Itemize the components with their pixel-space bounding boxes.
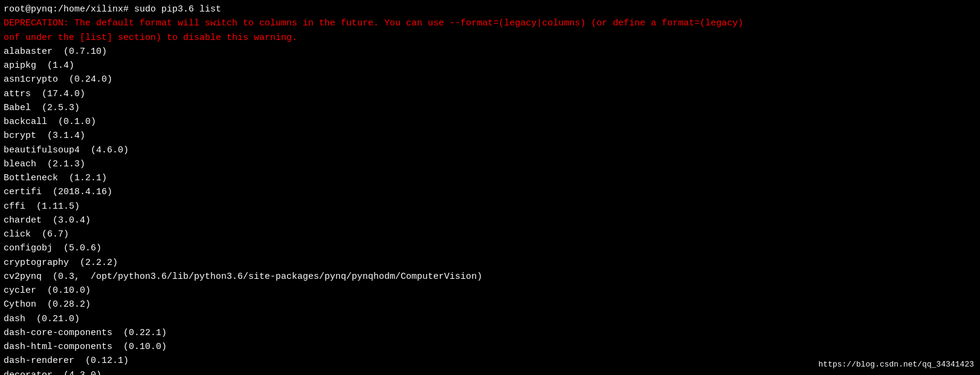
watermark: https://blog.csdn.net/qq_34341423 xyxy=(819,360,974,369)
package-line: certifi (2018.4.16) xyxy=(4,185,976,199)
package-line: Bottleneck (1.2.1) xyxy=(4,171,976,185)
package-line: cffi (1.11.5) xyxy=(4,200,976,214)
prompt-line: root@pynq:/home/xilinx# sudo pip3.6 list xyxy=(4,2,976,16)
package-line: attrs (17.4.0) xyxy=(4,87,976,101)
package-line: cryptography (2.2.2) xyxy=(4,256,976,270)
package-line: bleach (2.1.3) xyxy=(4,157,976,171)
terminal-window: root@pynq:/home/xilinx# sudo pip3.6 list… xyxy=(0,0,980,375)
package-line: chardet (3.0.4) xyxy=(4,214,976,227)
package-line: dash-html-components (0.10.0) xyxy=(4,340,976,354)
package-line: click (6.7) xyxy=(4,227,976,241)
package-line: alabaster (0.7.10) xyxy=(4,45,976,59)
package-line: Babel (2.5.3) xyxy=(4,101,976,115)
package-line: dash-core-components (0.22.1) xyxy=(4,326,976,340)
package-line: cycler (0.10.0) xyxy=(4,284,976,298)
package-line: backcall (0.1.0) xyxy=(4,115,976,129)
package-line: decorator (4.3.0) xyxy=(4,368,976,376)
package-line: beautifulsoup4 (4.6.0) xyxy=(4,143,976,157)
package-line: Cython (0.28.2) xyxy=(4,298,976,311)
packages-list: alabaster (0.7.10)apipkg (1.4)asn1crypto… xyxy=(4,45,976,375)
package-line: bcrypt (3.1.4) xyxy=(4,129,976,143)
deprecation-line-2: onf under the [list] section) to disable… xyxy=(4,31,976,45)
package-line: configobj (5.0.6) xyxy=(4,241,976,255)
package-line: cv2pynq (0.3, /opt/python3.6/lib/python3… xyxy=(4,270,976,284)
package-line: apipkg (1.4) xyxy=(4,59,976,73)
package-line: asn1crypto (0.24.0) xyxy=(4,73,976,86)
package-line: dash (0.21.0) xyxy=(4,312,976,326)
deprecation-line-1: DEPRECATION: The default format will swi… xyxy=(4,16,976,30)
